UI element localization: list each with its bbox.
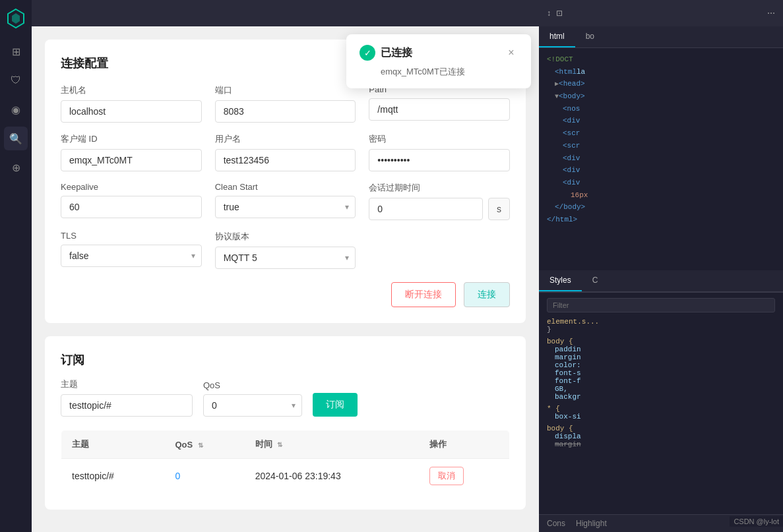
tree-line-10: <div — [547, 164, 775, 177]
col-qos[interactable]: QoS ⇅ — [165, 430, 245, 459]
sidebar-icon-search[interactable]: 🔍 — [4, 127, 28, 150]
devtools-topbar-icon1[interactable]: ↕ — [547, 9, 551, 18]
devtools-subtab-styles[interactable]: Styles — [539, 270, 582, 291]
subscribe-topic-label: 主题 — [61, 378, 193, 390]
logo-icon[interactable] — [5, 8, 26, 29]
client-id-input[interactable] — [61, 149, 202, 171]
tls-group: TLS false true — [61, 231, 202, 269]
password-input[interactable] — [369, 149, 510, 171]
row-topic: testtopic/# — [61, 459, 165, 494]
subscribe-table: 主题 QoS ⇅ 时间 ⇅ 操作 testtopic/# — [61, 430, 510, 494]
port-input[interactable] — [215, 100, 356, 123]
password-group: 密码 — [369, 133, 510, 171]
clean-start-label: Clean Start — [215, 182, 356, 192]
subscribe-qos-select-wrapper: 0 1 2 — [203, 394, 302, 417]
keepalive-input[interactable] — [61, 196, 202, 218]
sidebar-icon-shield[interactable]: 🛡 — [4, 69, 28, 92]
notification-body: emqx_MTc0MT已连接 — [360, 66, 518, 78]
subscribe-button[interactable]: 订阅 — [313, 393, 358, 417]
css-rule-element: element.s... } — [547, 318, 775, 334]
tree-line-11: <div — [547, 177, 775, 189]
row-action: 取消 — [419, 459, 510, 494]
css-rule-star: * { box-si — [547, 405, 775, 421]
hostname-label: 主机名 — [61, 84, 202, 96]
notification-title-row: ✓ 已连接 — [360, 45, 412, 61]
password-label: 密码 — [369, 133, 510, 145]
row-time: 2024-01-06 23:19:43 — [245, 459, 419, 494]
svg-marker-1 — [12, 13, 20, 24]
client-id-group: 客户端 ID — [61, 133, 202, 171]
devtools-top-bar: ↕ ⊡ ⋯ — [539, 0, 783, 26]
sidebar-icon-dot[interactable]: ◉ — [4, 98, 28, 121]
session-expire-input-group: s — [369, 198, 510, 220]
protocol-select-wrapper: MQTT 5 MQTT 3.1.1 — [215, 247, 356, 269]
connection-form: 主机名 端口 Path 客户端 ID 用户名 — [61, 84, 510, 269]
clean-start-select[interactable]: true false — [215, 196, 356, 218]
tree-line-8: <scr — [547, 140, 775, 152]
subscribe-section: 订阅 主题 QoS 0 1 2 订阅 — [45, 336, 526, 510]
username-input[interactable] — [215, 149, 356, 171]
tls-select[interactable]: false true — [61, 245, 202, 267]
path-group: Path — [369, 84, 510, 123]
notification-title: 已连接 — [381, 46, 412, 60]
check-icon: ✓ — [360, 45, 375, 61]
devtools-bottom-tab-highlight[interactable]: Highlight — [576, 519, 607, 528]
sidebar: ⊞ 🛡 ◉ 🔍 ⊕ — [0, 0, 32, 532]
tree-line-13: </body> — [547, 201, 775, 214]
col-action: 操作 — [419, 430, 510, 459]
tree-line-14: </html> — [547, 214, 775, 226]
styles-content: element.s... } body { paddin margin colo… — [547, 298, 775, 448]
port-label: 端口 — [215, 84, 356, 96]
main-content: 连接配置 主机名 端口 Path 客户端 ID — [32, 0, 539, 532]
action-row: 断开连接 连接 — [61, 282, 510, 307]
html-tree: <!DOCT <html la ▶ <head> ▼ <body> <nos <… — [539, 48, 783, 270]
devtools-bottom-tab-cons[interactable]: Cons — [547, 519, 565, 528]
hostname-group: 主机名 — [61, 84, 202, 123]
table-row: testtopic/# 0 2024-01-06 23:19:43 取消 — [61, 459, 510, 494]
keepalive-group: Keepalive — [61, 182, 202, 220]
csdn-watermark: CSDN @ly-lot — [730, 516, 783, 527]
connect-button[interactable]: 连接 — [464, 282, 510, 307]
client-id-label: 客户端 ID — [61, 133, 202, 145]
devtools-tab-bo[interactable]: bo — [575, 26, 605, 47]
css-rule-body1: body { paddin margin color: font-s font-… — [547, 338, 775, 401]
tree-line-3: ▶ <head> — [547, 78, 775, 90]
subscribe-form: 主题 QoS 0 1 2 订阅 — [61, 378, 510, 417]
subscribe-topic-group: 主题 — [61, 378, 193, 417]
styles-filter-input[interactable] — [547, 298, 775, 312]
tree-line-4: ▼ <body> — [547, 90, 775, 103]
tree-line-1: <!DOCT — [547, 53, 775, 66]
tree-line-12: 16px — [547, 189, 775, 202]
keepalive-label: Keepalive — [61, 182, 202, 192]
username-group: 用户名 — [215, 133, 356, 171]
col-time[interactable]: 时间 ⇅ — [245, 430, 419, 459]
devtools-tab-html[interactable]: html — [539, 26, 575, 47]
col-topic: 主题 — [61, 430, 165, 459]
devtools-topbar-icon2[interactable]: ⊡ — [556, 9, 563, 18]
devtools-subtab-c[interactable]: C — [582, 270, 609, 291]
clean-start-select-wrapper: true false — [215, 196, 356, 218]
protocol-group: 协议版本 MQTT 5 MQTT 3.1.1 — [215, 231, 356, 269]
username-label: 用户名 — [215, 133, 356, 145]
session-expire-group: 会话过期时间 s — [369, 182, 510, 220]
content-scroll: 连接配置 主机名 端口 Path 客户端 ID — [32, 26, 539, 532]
sidebar-icon-grid[interactable]: ⊞ — [4, 40, 28, 63]
tree-line-9: <div — [547, 152, 775, 165]
notification-close-button[interactable]: × — [505, 46, 518, 59]
cancel-subscribe-button[interactable]: 取消 — [429, 467, 464, 485]
subscribe-qos-select[interactable]: 0 1 2 — [203, 394, 302, 417]
devtools-topbar-icon3[interactable]: ⋯ — [767, 9, 775, 18]
notification-header: ✓ 已连接 × — [360, 45, 518, 61]
subscribe-qos-label: QoS — [203, 380, 302, 390]
protocol-select[interactable]: MQTT 5 MQTT 3.1.1 — [215, 247, 356, 269]
session-expire-input[interactable] — [369, 198, 483, 220]
hostname-input[interactable] — [61, 100, 202, 123]
devtools-styles-panel: element.s... } body { paddin margin colo… — [539, 292, 783, 515]
devtools-tabs: html bo — [539, 26, 783, 48]
sidebar-icon-layers[interactable]: ⊕ — [4, 156, 28, 179]
path-input[interactable] — [369, 98, 510, 121]
subscribe-topic-input[interactable] — [61, 394, 193, 417]
top-bar — [32, 0, 539, 26]
disconnect-button[interactable]: 断开连接 — [391, 282, 456, 307]
qos-sort-icon: ⇅ — [198, 442, 203, 449]
